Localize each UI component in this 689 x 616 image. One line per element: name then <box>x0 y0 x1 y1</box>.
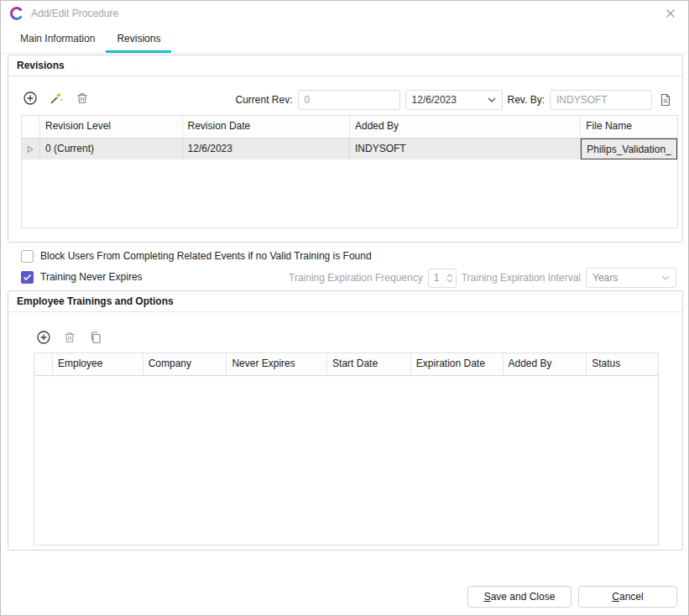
expiration-frequency-stepper[interactable]: 1 <box>428 269 457 288</box>
window-title: Add/Edit Procedure <box>31 8 118 19</box>
chevron-down-icon <box>488 97 496 102</box>
expiration-frequency-label: Training Expiration Frequency <box>289 272 423 284</box>
expiration-frequency-value: 1 <box>429 272 446 284</box>
delete-revision-icon[interactable] <box>74 90 91 107</box>
block-users-checkbox[interactable] <box>21 250 34 263</box>
save-mnemonic: S <box>484 591 491 603</box>
header-status[interactable]: Status <box>587 353 658 375</box>
employee-toolbar <box>35 329 104 346</box>
add-revision-icon[interactable] <box>22 90 39 107</box>
current-rev-input[interactable] <box>298 90 400 110</box>
revisions-grid-body <box>22 159 677 227</box>
revision-fields: Current Rev: 12/6/2023 Rev. By: <box>236 89 675 111</box>
header-company[interactable]: Company <box>144 353 227 375</box>
close-icon[interactable] <box>661 4 680 23</box>
tab-main-information[interactable]: Main Information <box>9 26 106 53</box>
copy-employee-training-icon[interactable] <box>87 329 104 346</box>
header-selector-column <box>34 353 53 375</box>
revision-row[interactable]: 0 (Current) 12/6/2023 INDYSOFT Philips_V… <box>22 138 677 159</box>
add-employee-training-icon[interactable] <box>35 329 52 346</box>
expiration-controls: Training Expiration Frequency 1 Training… <box>289 267 676 289</box>
title-bar: Add/Edit Procedure <box>1 1 688 26</box>
header-employee[interactable]: Employee <box>53 353 144 375</box>
add-edit-procedure-dialog: Add/Edit Procedure Main Information Revi… <box>0 0 689 616</box>
chevron-down-icon <box>661 275 670 280</box>
expiration-interval-label: Training Expiration Interval <box>462 272 581 284</box>
tab-bar: Main Information Revisions <box>1 26 688 54</box>
stepper-arrows-icon[interactable] <box>446 274 456 283</box>
header-start-date[interactable]: Start Date <box>327 353 411 375</box>
app-logo-icon <box>9 6 24 21</box>
revisions-grid-header: Revision Level Revision Date Added By Fi… <box>22 116 677 138</box>
cancel-mnemonic: C <box>612 591 619 603</box>
header-added-by[interactable]: Added By <box>350 116 581 138</box>
cell-file-name: Philips_Validation_ <box>581 138 677 159</box>
expiration-interval-value: Years <box>592 272 661 284</box>
revision-date-value: 12/6/2023 <box>412 94 488 106</box>
employee-grid-body <box>34 376 658 545</box>
save-and-close-button[interactable]: Save and Close <box>467 586 572 608</box>
block-users-row: Block Users From Completing Related Even… <box>21 248 372 264</box>
cancel-label-rest: ancel <box>619 591 644 603</box>
header-added-by[interactable]: Added By <box>504 353 587 375</box>
revision-date-dropdown[interactable]: 12/6/2023 <box>405 90 503 110</box>
header-expiration-date[interactable]: Expiration Date <box>411 353 504 375</box>
employee-trainings-panel: Employee Trainings and Options Employee … <box>8 290 683 551</box>
tab-revisions[interactable]: Revisions <box>106 26 171 53</box>
training-never-expires-label: Training Never Expires <box>40 271 143 283</box>
cell-revision-date: 12/6/2023 <box>183 138 350 159</box>
header-never-expires[interactable]: Never Expires <box>227 353 327 375</box>
employee-grid-header: Employee Company Never Expires Start Dat… <box>34 353 658 376</box>
training-never-expires-row: Training Never Expires <box>21 269 143 285</box>
employee-trainings-panel-title: Employee Trainings and Options <box>8 291 682 312</box>
rev-by-input[interactable] <box>550 90 652 110</box>
header-expander-column <box>22 116 40 138</box>
header-revision-level[interactable]: Revision Level <box>40 116 183 138</box>
header-file-name[interactable]: File Name <box>581 116 677 138</box>
rev-by-label: Rev. By: <box>508 94 545 106</box>
revisions-panel-title: Revisions <box>8 55 682 76</box>
revisions-panel: Revisions Current Rev: 12/6/2023 R <box>8 55 683 243</box>
cell-added-by: INDYSOFT <box>350 138 581 159</box>
block-users-label: Block Users From Completing Related Even… <box>40 250 372 262</box>
expiration-interval-dropdown[interactable]: Years <box>586 268 676 288</box>
edit-revision-wand-icon[interactable] <box>48 90 65 107</box>
cancel-button[interactable]: Cancel <box>578 586 677 608</box>
training-never-expires-checkbox[interactable] <box>21 271 34 284</box>
view-file-icon[interactable] <box>657 91 674 108</box>
row-expander-icon[interactable] <box>22 138 40 159</box>
current-rev-label: Current Rev: <box>236 94 293 106</box>
revisions-grid: Revision Level Revision Date Added By Fi… <box>21 115 678 228</box>
header-revision-date[interactable]: Revision Date <box>183 116 350 138</box>
delete-employee-training-icon[interactable] <box>61 329 78 346</box>
cell-revision-level: 0 (Current) <box>40 138 183 159</box>
save-label-rest: ave and Close <box>491 591 556 603</box>
revisions-toolbar <box>22 90 91 107</box>
employee-grid: Employee Company Never Expires Start Dat… <box>34 352 659 546</box>
